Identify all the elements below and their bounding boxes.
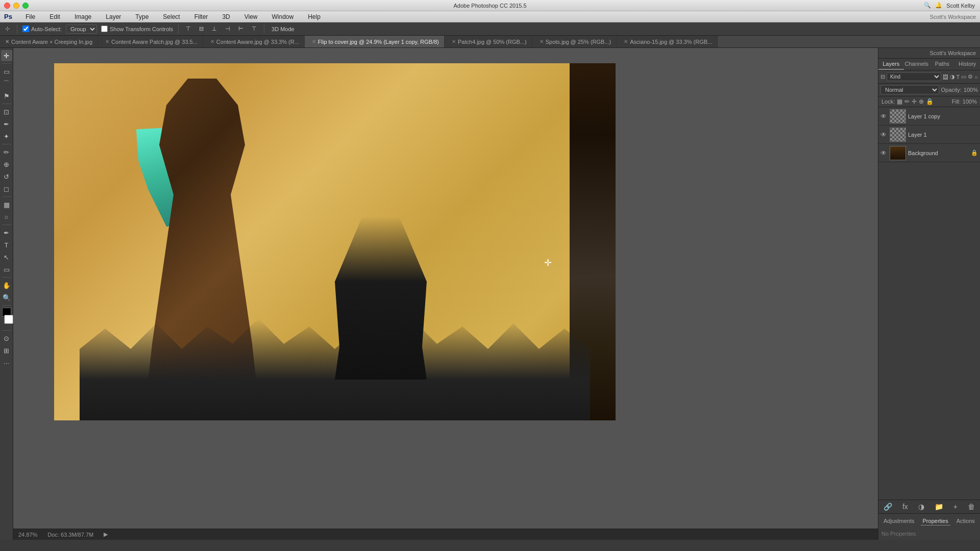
marquee-tool[interactable]: ▭ bbox=[1, 66, 12, 77]
prop-tab-properties[interactable]: Properties bbox=[921, 517, 950, 525]
tab-3[interactable]: ✕ Flip to cover.jpg @ 24.9% (Layer 1 cop… bbox=[305, 36, 445, 47]
lock-transparency-icon[interactable]: ▦ bbox=[897, 98, 902, 105]
brush-tool[interactable]: ✏ bbox=[1, 146, 12, 158]
canvas-area[interactable]: ✛ 24.87% Doc: 63.3M/87.7M ▶ bbox=[13, 48, 878, 540]
menu-window[interactable]: Window bbox=[269, 12, 297, 21]
eraser-tool[interactable]: ◻ bbox=[1, 183, 12, 194]
menu-edit[interactable]: Edit bbox=[46, 12, 63, 21]
menu-3d[interactable]: 3D bbox=[219, 12, 233, 21]
lock-all-icon[interactable]: 🔒 bbox=[926, 98, 934, 105]
hand-tool[interactable]: ✋ bbox=[1, 280, 12, 291]
wand-tool[interactable]: ⚑ bbox=[1, 90, 12, 102]
filter-smart-btn[interactable]: ⚙ bbox=[968, 73, 973, 80]
crop-tool[interactable]: ⊡ bbox=[1, 106, 12, 117]
prop-tab-adjustments[interactable]: Adjustments bbox=[881, 517, 917, 525]
background-color[interactable] bbox=[4, 315, 13, 324]
prop-tab-actions[interactable]: Actions bbox=[954, 517, 977, 525]
pen-tool[interactable]: ✒ bbox=[1, 227, 12, 238]
path-select[interactable]: ↖ bbox=[1, 252, 12, 263]
stamp-tool[interactable]: ⊕ bbox=[1, 159, 12, 170]
gradient-tool[interactable]: ▦ bbox=[1, 199, 12, 210]
layer-eye-1[interactable]: 👁 bbox=[880, 131, 888, 138]
add-mask-btn[interactable]: ◑ bbox=[916, 502, 926, 512]
eyedropper-tool[interactable]: ✒ bbox=[1, 118, 12, 130]
tab-layers[interactable]: Layers bbox=[878, 59, 904, 70]
tab-4[interactable]: ✕ Patch4.jpg @ 50% (RGB...) bbox=[445, 36, 532, 47]
tab-2[interactable]: ✕ Content Aware.jpg @ 33.3% (R... bbox=[203, 36, 305, 47]
blend-mode-select[interactable]: Normal Multiply Screen Overlay bbox=[880, 85, 939, 94]
shape-tool[interactable]: ▭ bbox=[1, 264, 12, 275]
screen-mode[interactable]: ⊞ bbox=[1, 345, 12, 356]
lock-artboard-icon[interactable]: ⊕ bbox=[919, 98, 924, 105]
menu-filter[interactable]: Filter bbox=[191, 12, 211, 21]
tab-close-3[interactable]: ✕ bbox=[312, 39, 316, 44]
close-button[interactable] bbox=[4, 3, 10, 9]
opacity-value[interactable]: 100% bbox=[964, 87, 978, 93]
menu-file[interactable]: File bbox=[22, 12, 38, 21]
align-left[interactable]: ⊣ bbox=[223, 24, 232, 33]
menu-image[interactable]: Image bbox=[71, 12, 94, 21]
align-middle[interactable]: ⊟ bbox=[197, 24, 206, 33]
maximize-button[interactable] bbox=[22, 3, 29, 9]
show-transform-checkbox[interactable] bbox=[101, 26, 108, 32]
align-bottom[interactable]: ⊥ bbox=[210, 24, 219, 33]
move-tool-options[interactable]: ⊹ bbox=[3, 24, 12, 33]
menu-select[interactable]: Select bbox=[160, 12, 183, 21]
auto-select-checkbox[interactable] bbox=[22, 26, 29, 32]
tab-channels[interactable]: Channels bbox=[904, 59, 929, 70]
tab-close-1[interactable]: ✕ bbox=[105, 39, 109, 44]
align-top[interactable]: ⊤ bbox=[184, 24, 193, 33]
healing-tool[interactable]: ✦ bbox=[1, 131, 12, 142]
filter-adj-btn[interactable]: ◑ bbox=[950, 73, 955, 80]
zoom-tool[interactable]: 🔍 bbox=[1, 292, 12, 303]
search-icon[interactable]: 🔍 bbox=[924, 2, 931, 9]
history-brush[interactable]: ↺ bbox=[1, 171, 12, 182]
move-tool[interactable]: ✛ bbox=[1, 50, 12, 61]
add-fx-btn[interactable]: fx bbox=[900, 502, 910, 512]
filter-type-btn[interactable]: T bbox=[957, 74, 960, 80]
tab-0[interactable]: ✕ Content Aware + Creeping In.jpg bbox=[0, 36, 98, 47]
filter-toggle[interactable]: ○ bbox=[974, 74, 978, 80]
fill-value[interactable]: 100% bbox=[963, 98, 977, 105]
layer-eye-2[interactable]: 👁 bbox=[880, 149, 888, 157]
tab-close-4[interactable]: ✕ bbox=[452, 39, 456, 44]
lock-position-icon[interactable]: ✛ bbox=[912, 98, 917, 105]
minimize-button[interactable] bbox=[13, 3, 19, 9]
align-center[interactable]: ⊢ bbox=[236, 24, 246, 33]
auto-select-type[interactable]: Group Layer bbox=[66, 24, 97, 34]
quick-mask[interactable]: ⊙ bbox=[1, 333, 12, 344]
tab-5[interactable]: ✕ Spots.jpg @ 25% (RGB...) bbox=[532, 36, 617, 47]
tab-close-5[interactable]: ✕ bbox=[540, 39, 544, 44]
traffic-lights[interactable] bbox=[4, 3, 29, 9]
menu-help[interactable]: Help bbox=[305, 12, 324, 21]
3d-mode[interactable]: 3D Mode bbox=[270, 25, 297, 33]
tab-6[interactable]: ✕ Asciano-15.jpg @ 33.3% (RGB... bbox=[617, 36, 718, 47]
notification-icon[interactable]: 🔔 bbox=[935, 2, 942, 9]
new-layer-btn[interactable]: + bbox=[951, 502, 960, 512]
lasso-tool[interactable]: ⌒ bbox=[1, 78, 12, 89]
new-group-btn[interactable]: 📁 bbox=[933, 502, 945, 512]
layer-eye-0[interactable]: 👁 bbox=[880, 113, 888, 120]
tab-history[interactable]: History bbox=[954, 59, 980, 70]
workspace-label[interactable]: Scott's Workspace bbox=[929, 14, 976, 20]
layer-row-layer1copy[interactable]: 👁 Layer 1 copy bbox=[878, 107, 980, 126]
filter-pixel-btn[interactable]: 🖼 bbox=[943, 74, 948, 80]
layer-row-background[interactable]: 👁 Background 🔒 bbox=[878, 144, 980, 162]
tab-close-6[interactable]: ✕ bbox=[624, 39, 628, 44]
delete-layer-btn[interactable]: 🗑 bbox=[966, 502, 977, 512]
menu-type[interactable]: Type bbox=[132, 12, 152, 21]
filter-shape-btn[interactable]: ▭ bbox=[961, 73, 966, 80]
lock-pixels-icon[interactable]: ✏ bbox=[904, 98, 910, 105]
layer-row-layer1[interactable]: 👁 Layer 1 bbox=[878, 126, 980, 144]
layers-filter-select[interactable]: Kind Name Effect bbox=[887, 72, 941, 81]
tab-close-2[interactable]: ✕ bbox=[210, 39, 214, 44]
tab-paths[interactable]: Paths bbox=[929, 59, 955, 70]
menu-view[interactable]: View bbox=[241, 12, 261, 21]
dodge-tool[interactable]: ○ bbox=[1, 211, 12, 222]
extra-tools[interactable]: ··· bbox=[1, 357, 12, 368]
menu-layer[interactable]: Layer bbox=[103, 12, 124, 21]
text-tool[interactable]: T bbox=[1, 239, 12, 251]
tab-1[interactable]: ✕ Content Aware Patch.jpg @ 33.5... bbox=[98, 36, 203, 47]
link-layers-btn[interactable]: 🔗 bbox=[881, 502, 894, 512]
align-right[interactable]: ⊤ bbox=[250, 24, 259, 33]
